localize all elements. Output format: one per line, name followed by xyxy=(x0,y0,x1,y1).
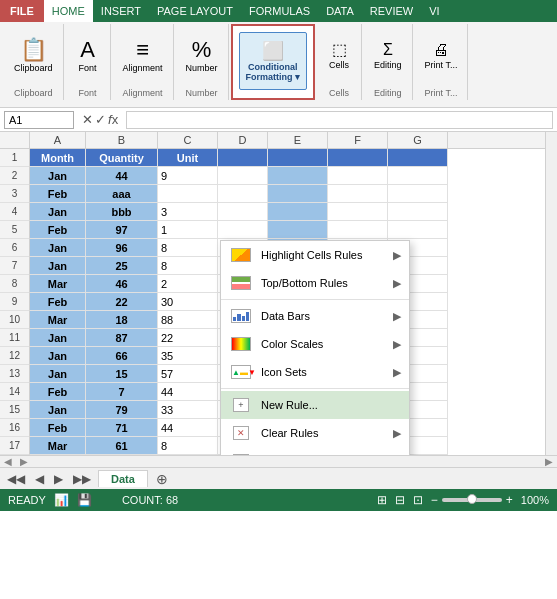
cell-f4[interactable] xyxy=(328,203,388,221)
cell-b17[interactable]: 61 xyxy=(86,437,158,455)
cell-a4[interactable]: Jan xyxy=(30,203,86,221)
conditional-formatting-btn[interactable]: ⬜ ConditionalFormatting ▾ xyxy=(239,32,308,90)
cell-c2[interactable]: 9 xyxy=(158,167,218,185)
cell-a3[interactable]: Feb xyxy=(30,185,86,203)
cell-a6[interactable]: Jan xyxy=(30,239,86,257)
name-box[interactable]: A1 xyxy=(4,111,74,129)
cell-b2[interactable]: 44 xyxy=(86,167,158,185)
cell-b6[interactable]: 96 xyxy=(86,239,158,257)
cell-a5[interactable]: Feb xyxy=(30,221,86,239)
cell-c3[interactable] xyxy=(158,185,218,203)
cell-b14[interactable]: 7 xyxy=(86,383,158,401)
cell-b10[interactable]: 18 xyxy=(86,311,158,329)
zoom-out-icon[interactable]: − xyxy=(431,493,438,507)
vertical-scrollbar[interactable] xyxy=(545,132,557,455)
cell-b12[interactable]: 66 xyxy=(86,347,158,365)
col-header-d[interactable]: D xyxy=(218,132,268,148)
cell-c11[interactable]: 22 xyxy=(158,329,218,347)
cell-a9[interactable]: Feb xyxy=(30,293,86,311)
cell-a11[interactable]: Jan xyxy=(30,329,86,347)
col-header-f[interactable]: F xyxy=(328,132,388,148)
col-header-b[interactable]: B xyxy=(86,132,158,148)
menu-review[interactable]: REVIEW xyxy=(362,0,421,22)
cell-a10[interactable]: Mar xyxy=(30,311,86,329)
cell-b4[interactable]: bbb xyxy=(86,203,158,221)
cell-e5[interactable] xyxy=(268,221,328,239)
cell-g4[interactable] xyxy=(388,203,448,221)
cell-c8[interactable]: 2 xyxy=(158,275,218,293)
cell-c4[interactable]: 3 xyxy=(158,203,218,221)
tab-nav-prev[interactable]: ◀ xyxy=(32,472,47,486)
cell-g1[interactable] xyxy=(388,149,448,167)
col-header-g[interactable]: G xyxy=(388,132,448,148)
cell-a16[interactable]: Feb xyxy=(30,419,86,437)
cell-a17[interactable]: Mar xyxy=(30,437,86,455)
cell-c17[interactable]: 8 xyxy=(158,437,218,455)
top-bottom-rules-item[interactable]: Top/Bottom Rules ▶ xyxy=(221,269,409,297)
cell-e4[interactable] xyxy=(268,203,328,221)
cell-g2[interactable] xyxy=(388,167,448,185)
cell-a15[interactable]: Jan xyxy=(30,401,86,419)
cell-d4[interactable] xyxy=(218,203,268,221)
editing-btn[interactable]: Σ Editing xyxy=(370,27,406,85)
add-sheet-btn[interactable]: ⊕ xyxy=(152,471,172,487)
cell-d5[interactable] xyxy=(218,221,268,239)
cell-b15[interactable]: 79 xyxy=(86,401,158,419)
view-page-icon[interactable]: ⊡ xyxy=(413,493,423,507)
cell-f3[interactable] xyxy=(328,185,388,203)
zoom-slider[interactable] xyxy=(442,498,502,502)
menu-formulas[interactable]: FORMULAS xyxy=(241,0,318,22)
cell-b13[interactable]: 15 xyxy=(86,365,158,383)
color-scales-item[interactable]: Color Scales ▶ xyxy=(221,330,409,358)
formula-input[interactable] xyxy=(126,111,553,129)
cell-f2[interactable] xyxy=(328,167,388,185)
highlight-cells-rules-item[interactable]: Highlight Cells Rules ▶ xyxy=(221,241,409,269)
cell-c5[interactable]: 1 xyxy=(158,221,218,239)
cell-e3[interactable] xyxy=(268,185,328,203)
cell-f1[interactable] xyxy=(328,149,388,167)
cancel-icon[interactable]: ✕ xyxy=(82,112,93,127)
cell-a8[interactable]: Mar xyxy=(30,275,86,293)
manage-rules-item[interactable]: ☰ Manage Rules... xyxy=(221,447,409,455)
view-normal-icon[interactable]: ⊞ xyxy=(377,493,387,507)
cell-a12[interactable]: Jan xyxy=(30,347,86,365)
cell-a2[interactable]: Jan xyxy=(30,167,86,185)
cell-c14[interactable]: 44 xyxy=(158,383,218,401)
menu-view[interactable]: VI xyxy=(421,0,447,22)
menu-insert[interactable]: INSERT xyxy=(93,0,149,22)
col-header-a[interactable]: A xyxy=(30,132,86,148)
cell-b1[interactable]: Quantity xyxy=(86,149,158,167)
col-header-c[interactable]: C xyxy=(158,132,218,148)
cell-b11[interactable]: 87 xyxy=(86,329,158,347)
cell-g5[interactable] xyxy=(388,221,448,239)
cell-f5[interactable] xyxy=(328,221,388,239)
print-btn[interactable]: 🖨 Print T... xyxy=(421,27,462,85)
data-bars-item[interactable]: Data Bars ▶ xyxy=(221,302,409,330)
confirm-icon[interactable]: ✓ xyxy=(95,112,106,127)
horizontal-scrollbar[interactable]: ◀ ▶ ▶ xyxy=(0,455,557,467)
menu-data[interactable]: DATA xyxy=(318,0,362,22)
cell-b16[interactable]: 71 xyxy=(86,419,158,437)
cell-c16[interactable]: 44 xyxy=(158,419,218,437)
file-menu[interactable]: FILE xyxy=(0,0,44,22)
cell-c13[interactable]: 57 xyxy=(158,365,218,383)
function-icon[interactable]: fx xyxy=(108,112,118,127)
cell-a13[interactable]: Jan xyxy=(30,365,86,383)
cell-d2[interactable] xyxy=(218,167,268,185)
cells-btn[interactable]: ⬚ Cells xyxy=(323,27,355,85)
menu-home[interactable]: HOME xyxy=(44,0,93,22)
cell-b7[interactable]: 25 xyxy=(86,257,158,275)
cell-d1[interactable] xyxy=(218,149,268,167)
cell-c9[interactable]: 30 xyxy=(158,293,218,311)
cell-a1[interactable]: Month xyxy=(30,149,86,167)
cell-c12[interactable]: 35 xyxy=(158,347,218,365)
clear-rules-item[interactable]: ✕ Clear Rules ▶ xyxy=(221,419,409,447)
cell-a7[interactable]: Jan xyxy=(30,257,86,275)
tab-nav-next[interactable]: ▶ xyxy=(51,472,66,486)
tab-nav-left[interactable]: ◀◀ xyxy=(4,472,28,486)
sheet-tab-data[interactable]: Data xyxy=(98,470,148,487)
cell-g3[interactable] xyxy=(388,185,448,203)
icon-sets-item[interactable]: ▲ ▬ ▼ Icon Sets ▶ xyxy=(221,358,409,386)
view-layout-icon[interactable]: ⊟ xyxy=(395,493,405,507)
cell-c10[interactable]: 88 xyxy=(158,311,218,329)
